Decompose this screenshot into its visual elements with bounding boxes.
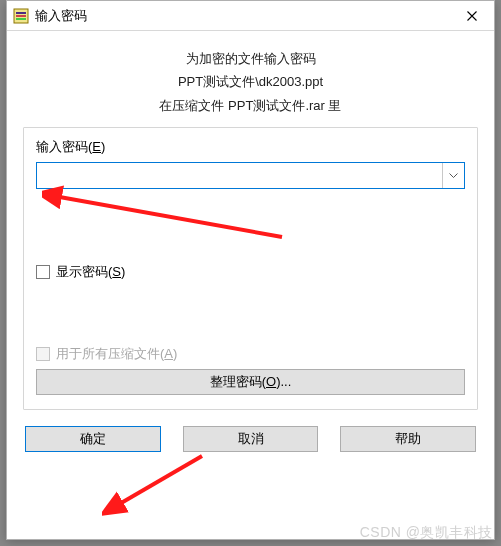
password-input[interactable] xyxy=(37,163,442,188)
password-dialog: 输入密码 为加密的文件输入密码 PPT测试文件\dk2003.ppt 在压缩文件… xyxy=(6,0,495,540)
app-icon xyxy=(13,8,29,24)
password-label: 输入密码(E) xyxy=(36,138,465,156)
cancel-button[interactable]: 取消 xyxy=(183,426,319,452)
apply-all-label: 用于所有压缩文件(A) xyxy=(56,345,177,363)
help-button[interactable]: 帮助 xyxy=(340,426,476,452)
show-password-row[interactable]: 显示密码(S) xyxy=(36,263,465,281)
chevron-down-icon xyxy=(449,173,458,179)
dialog-button-row: 确定 取消 帮助 xyxy=(23,424,478,452)
apply-all-row: 用于所有压缩文件(A) xyxy=(36,345,465,363)
apply-all-checkbox xyxy=(36,347,50,361)
info-line2: PPT测试文件\dk2003.ppt xyxy=(23,70,478,93)
info-block: 为加密的文件输入密码 PPT测试文件\dk2003.ppt 在压缩文件 PPT测… xyxy=(23,47,478,117)
close-icon xyxy=(467,11,477,21)
svg-rect-1 xyxy=(16,12,26,14)
password-combo[interactable] xyxy=(36,162,465,189)
show-password-checkbox[interactable] xyxy=(36,265,50,279)
password-dropdown-button[interactable] xyxy=(442,163,464,188)
svg-rect-2 xyxy=(16,15,26,17)
info-line1: 为加密的文件输入密码 xyxy=(23,47,478,70)
ok-button[interactable]: 确定 xyxy=(25,426,161,452)
titlebar: 输入密码 xyxy=(7,1,494,31)
dialog-content: 为加密的文件输入密码 PPT测试文件\dk2003.ppt 在压缩文件 PPT测… xyxy=(7,31,494,466)
show-password-label: 显示密码(S) xyxy=(56,263,125,281)
close-button[interactable] xyxy=(450,1,494,31)
window-title: 输入密码 xyxy=(35,7,87,25)
organize-passwords-button[interactable]: 整理密码(O)... xyxy=(36,369,465,395)
info-line3: 在压缩文件 PPT测试文件.rar 里 xyxy=(23,94,478,117)
group-box: 输入密码(E) 显示密码(S) xyxy=(23,127,478,410)
svg-rect-3 xyxy=(16,18,26,20)
